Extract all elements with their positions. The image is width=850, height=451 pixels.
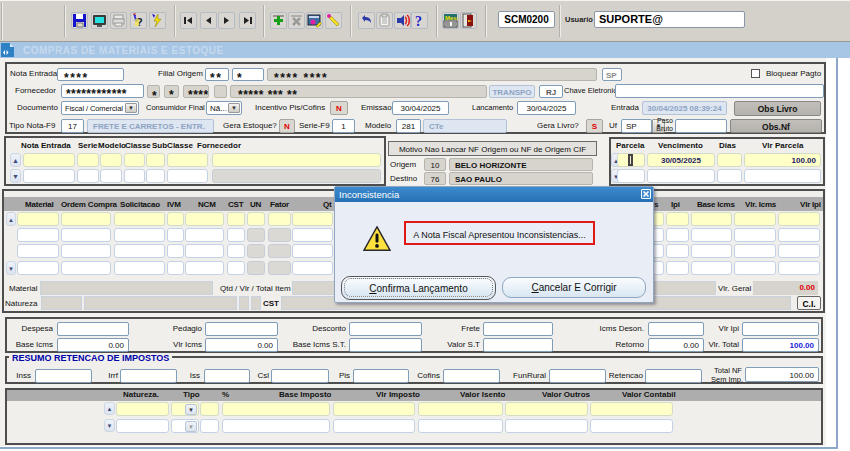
svg-text:?: ?	[415, 14, 422, 28]
svg-text:Mess: Mess	[445, 15, 458, 21]
